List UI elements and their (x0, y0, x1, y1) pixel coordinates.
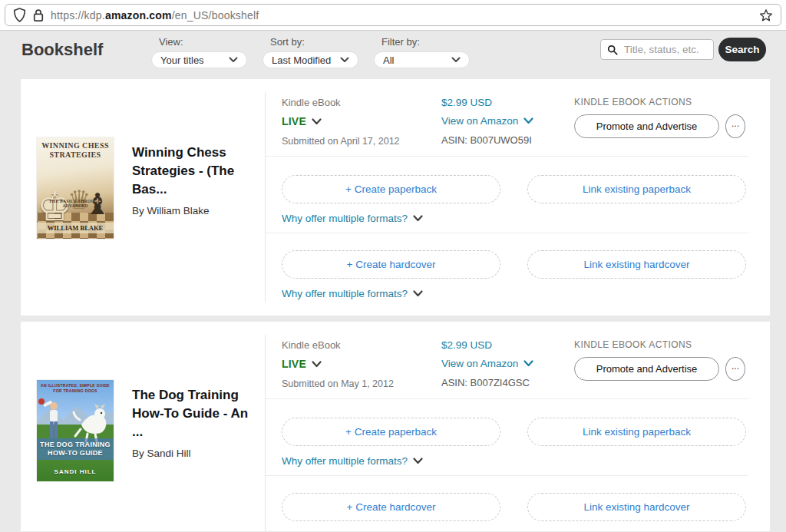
book-cover-image: WINNING CHESS STRATEGIES ♛ ♚ ♝ THE BASIC… (37, 137, 114, 239)
view-select[interactable]: Your titles (151, 51, 247, 68)
view-filter-group: View: Your titles (151, 36, 247, 68)
book-title: The Dog Training How-To Guide - An ... (132, 386, 258, 441)
cover-subtitle-text: THE BASICS THROUGH ADVANCED (40, 199, 111, 208)
hardcover-row: + Create hardcover Link existing hardcov… (266, 233, 748, 310)
chevron-down-icon (413, 458, 423, 464)
why-formats-link: Why offer multiple formats? (282, 455, 408, 467)
promote-advertise-button[interactable]: Promote and Advertise (574, 357, 719, 381)
asin-value: ASIN: B007ZI4GSC (441, 377, 574, 388)
address-bar[interactable]: https://kdp.amazon.com/en_US/bookshelf (5, 4, 781, 26)
bookshelf-list: WINNING CHESS STRATEGIES ♛ ♚ ♝ THE BASIC… (0, 79, 786, 531)
search-input[interactable] (623, 43, 707, 56)
view-label: View: (159, 36, 247, 48)
paperback-row: + Create paperback Link existing paperba… (266, 399, 748, 476)
submitted-date: Submitted on May 1, 2012 (282, 378, 441, 389)
filter-select[interactable]: All (374, 51, 470, 68)
why-formats-link: Why offer multiple formats? (282, 530, 408, 531)
book-detail-column: Kindle eBook LIVE Submitted on May 1, 20… (266, 322, 770, 531)
shield-icon[interactable] (13, 8, 26, 22)
actions-heading: KINDLE EBOOK ACTIONS (574, 97, 746, 107)
link-existing-paperback-button[interactable]: Link existing paperback (527, 175, 746, 203)
cover-author-text: SANDI HILL (37, 468, 114, 475)
view-on-amazon-toggle[interactable]: View on Amazon (441, 358, 574, 369)
why-formats-toggle[interactable]: Why offer multiple formats? (282, 455, 423, 467)
status-badge: LIVE (282, 115, 306, 127)
search-icon (607, 45, 618, 55)
filter-by-group: Filter by: All (374, 36, 470, 68)
filter-label: Filter by: (381, 36, 470, 48)
price-link[interactable]: $2.99 USD (441, 339, 574, 351)
create-paperback-button[interactable]: + Create paperback (282, 418, 500, 446)
create-paperback-button[interactable]: + Create paperback (282, 175, 500, 203)
book-cover-image: AN ILLUSTRATED, SIMPLE GUIDE FOR TRAININ… (37, 380, 114, 481)
ebook-info-row: Kindle eBook LIVE Submitted on May 1, 20… (266, 322, 748, 399)
status-toggle[interactable]: LIVE (282, 115, 441, 127)
actions-heading: KINDLE EBOOK ACTIONS (574, 339, 746, 350)
why-formats-toggle[interactable]: Why offer multiple formats? (282, 213, 423, 224)
book-card: WINNING CHESS STRATEGIES ♛ ♚ ♝ THE BASIC… (21, 79, 770, 316)
create-hardcover-button[interactable]: + Create hardcover (282, 250, 500, 279)
chevron-down-icon (413, 290, 423, 297)
lock-icon[interactable] (33, 8, 44, 22)
why-formats-link: Why offer multiple formats? (282, 288, 408, 299)
book-summary-column: AN ILLUSTRATED, SIMPLE GUIDE FOR TRAININ… (21, 322, 266, 531)
create-hardcover-button[interactable]: + Create hardcover (282, 493, 500, 521)
why-formats-link: Why offer multiple formats? (282, 213, 408, 224)
url-text: https://kdp.amazon.com/en_US/bookshelf (51, 9, 259, 21)
sort-filter-group: Sort by: Last Modified (263, 36, 358, 68)
book-author: By William Blake (132, 205, 258, 216)
more-actions-button[interactable]: ... (725, 357, 745, 381)
sort-selected-value: Last Modified (272, 55, 331, 66)
chevron-down-icon (523, 117, 533, 124)
book-summary-column: WINNING CHESS STRATEGIES ♛ ♚ ♝ THE BASIC… (21, 79, 266, 316)
link-existing-paperback-button[interactable]: Link existing paperback (527, 418, 746, 446)
why-formats-toggle[interactable]: Why offer multiple formats? (282, 530, 423, 531)
asin-value: ASIN: B007UWO59I (441, 134, 574, 146)
status-toggle[interactable]: LIVE (282, 358, 441, 370)
search-field-wrap (600, 39, 714, 60)
view-selected-value: Your titles (160, 55, 204, 66)
chevron-down-icon (312, 361, 322, 368)
browser-toolbar: https://kdp.amazon.com/en_US/bookshelf (0, 0, 786, 31)
chevron-down-icon (229, 57, 238, 63)
status-badge: LIVE (282, 358, 306, 370)
cover-title-text: THE DOG TRAINING HOW-TO GUIDE (37, 438, 114, 460)
format-label: Kindle eBook (282, 339, 441, 351)
link-existing-hardcover-button[interactable]: Link existing hardcover (527, 493, 746, 521)
price-link[interactable]: $2.99 USD (441, 97, 574, 108)
cover-tagline-text: AN ILLUSTRATED, SIMPLE GUIDE FOR TRAININ… (40, 383, 111, 393)
filter-selected-value: All (383, 55, 394, 66)
cover-title-text: WINNING CHESS STRATEGIES (40, 141, 111, 160)
cover-author-text: WILLIAM BLAKE (37, 223, 114, 233)
book-author: By Sandi Hill (132, 448, 258, 459)
view-on-amazon-toggle[interactable]: View on Amazon (441, 115, 574, 127)
sort-label: Sort by: (270, 36, 358, 48)
view-on-amazon-link: View on Amazon (441, 358, 518, 369)
sort-select[interactable]: Last Modified (263, 51, 358, 68)
why-formats-toggle[interactable]: Why offer multiple formats? (282, 288, 423, 299)
bookshelf-header: Bookshelf View: Your titles Sort by: Las… (0, 31, 786, 79)
hardcover-row: + Create hardcover Link existing hardcov… (266, 476, 748, 531)
bookmark-star-icon[interactable] (759, 8, 773, 22)
link-existing-hardcover-button[interactable]: Link existing hardcover (527, 250, 746, 279)
chevron-down-icon (413, 215, 423, 222)
promote-advertise-button[interactable]: Promote and Advertise (574, 114, 719, 138)
book-card: AN ILLUSTRATED, SIMPLE GUIDE FOR TRAININ… (21, 322, 770, 531)
view-on-amazon-link: View on Amazon (441, 115, 518, 127)
more-actions-button[interactable]: ... (725, 114, 745, 138)
submitted-date: Submitted on April 17, 2012 (282, 136, 441, 147)
chevron-down-icon (340, 57, 349, 63)
chevron-down-icon (523, 360, 533, 367)
ebook-info-row: Kindle eBook LIVE Submitted on April 17,… (266, 79, 748, 157)
paperback-row: + Create paperback Link existing paperba… (266, 157, 748, 233)
chevron-down-icon (312, 118, 322, 125)
book-title: Winning Chess Strategies - (The Bas... (132, 144, 258, 199)
search-button[interactable]: Search (718, 38, 766, 61)
format-label: Kindle eBook (282, 97, 441, 108)
page-title: Bookshelf (21, 40, 103, 60)
chevron-down-icon (451, 57, 461, 63)
book-detail-column: Kindle eBook LIVE Submitted on April 17,… (266, 79, 770, 316)
